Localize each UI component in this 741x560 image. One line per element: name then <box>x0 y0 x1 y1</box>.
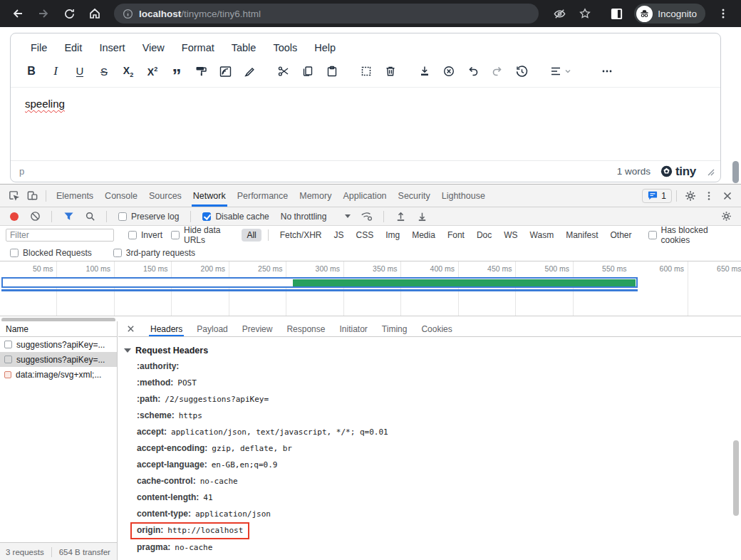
password-eye-off-icon[interactable] <box>549 3 570 24</box>
select-all-button[interactable] <box>354 60 378 83</box>
request-row[interactable]: data:image/svg+xml;... <box>0 367 117 382</box>
hide-data-urls-checkbox[interactable]: Hide data URLs <box>167 225 242 245</box>
record-network-log-icon[interactable] <box>10 212 19 221</box>
devtools-close-icon[interactable] <box>718 187 737 205</box>
console-message-badge[interactable]: 1 <box>642 189 672 203</box>
devtools-tab-elements[interactable]: Elements <box>51 185 99 207</box>
filter-type-doc[interactable]: Doc <box>472 229 497 242</box>
filter-type-fetch-xhr[interactable]: Fetch/XHR <box>275 229 327 242</box>
request-row[interactable]: suggestions?apiKey=... <box>0 352 117 367</box>
cut-button[interactable] <box>271 60 296 83</box>
format-painter-button[interactable] <box>189 60 213 83</box>
name-column-header[interactable]: Name <box>0 321 117 337</box>
search-icon[interactable] <box>81 207 99 226</box>
preserve-log-checkbox[interactable]: Preserve log <box>114 212 183 222</box>
word-count[interactable]: 1 words <box>617 166 651 177</box>
editor-menu-format[interactable]: Format <box>175 40 222 56</box>
disable-cache-box[interactable] <box>202 212 211 221</box>
filter-type-other[interactable]: Other <box>606 229 637 242</box>
editor-menu-tools[interactable]: Tools <box>266 40 304 56</box>
network-conditions-icon[interactable] <box>358 207 376 226</box>
has-blocked-cookies-checkbox[interactable]: Has blocked cookies <box>644 225 735 245</box>
filter-type-ws[interactable]: WS <box>499 229 522 242</box>
request-row[interactable]: suggestions?apiKey=... <box>0 337 117 352</box>
reload-icon[interactable] <box>58 3 80 24</box>
paste-button[interactable] <box>320 60 344 83</box>
inspect-element-icon[interactable] <box>4 187 23 205</box>
redo-button[interactable] <box>485 60 509 83</box>
more-toolbar-button[interactable] <box>595 60 619 83</box>
details-tab-cookies[interactable]: Cookies <box>414 321 459 336</box>
preserve-log-box[interactable] <box>118 212 127 221</box>
network-overview-timeline[interactable]: 50 ms100 ms150 ms200 ms250 ms300 ms350 m… <box>0 261 741 316</box>
devtools-tab-network[interactable]: Network <box>187 185 232 207</box>
export-har-icon[interactable] <box>413 207 431 226</box>
editor-menu-file[interactable]: File <box>24 40 54 56</box>
devtools-tab-security[interactable]: Security <box>393 185 436 207</box>
devtools-settings-icon[interactable] <box>681 187 700 205</box>
import-har-icon[interactable] <box>391 207 410 226</box>
filter-type-media[interactable]: Media <box>407 229 440 242</box>
third-party-requests-checkbox[interactable]: 3rd-party requests <box>109 248 200 258</box>
tiny-logo[interactable]: tiny <box>660 165 696 179</box>
filter-icon[interactable] <box>59 207 78 226</box>
details-tab-payload[interactable]: Payload <box>190 321 234 336</box>
clear-network-log-icon[interactable] <box>26 207 44 226</box>
undo-button[interactable] <box>461 60 485 83</box>
bold-button[interactable]: B <box>19 60 43 83</box>
filter-type-font[interactable]: Font <box>442 229 470 242</box>
side-panel-icon[interactable] <box>606 3 627 24</box>
image-frame-button[interactable] <box>213 60 237 83</box>
network-settings-icon[interactable] <box>717 207 735 226</box>
device-toolbar-icon[interactable] <box>23 187 41 205</box>
throttling-select[interactable]: No throttling <box>276 212 356 222</box>
editor-menu-insert[interactable]: Insert <box>92 40 132 56</box>
subscript-button[interactable]: X2 <box>116 60 140 83</box>
cancel-button[interactable] <box>437 60 461 83</box>
devtools-menu-icon[interactable] <box>700 187 718 205</box>
details-vertical-scrollbar[interactable] <box>733 440 739 516</box>
details-tab-initiator[interactable]: Initiator <box>332 321 374 336</box>
details-tab-preview[interactable]: Preview <box>235 321 280 336</box>
export-button[interactable] <box>413 60 437 83</box>
filter-type-css[interactable]: CSS <box>351 229 378 242</box>
filter-type-all[interactable]: All <box>242 229 261 242</box>
address-bar[interactable]: localhost/tinymce/tiny6.html <box>114 4 539 24</box>
details-tab-headers[interactable]: Headers <box>143 321 190 336</box>
details-tab-response[interactable]: Response <box>279 321 332 336</box>
delete-button[interactable] <box>378 60 403 83</box>
request-headers-section[interactable]: Request Headers <box>124 346 741 356</box>
editor-menu-view[interactable]: View <box>135 40 172 56</box>
align-menu-button[interactable] <box>544 60 576 83</box>
restore-draft-button[interactable] <box>509 60 534 83</box>
incognito-profile-chip[interactable]: Incognito <box>634 4 705 24</box>
home-icon[interactable] <box>84 3 105 24</box>
filter-type-wasm[interactable]: Wasm <box>525 229 559 242</box>
devtools-tab-application[interactable]: Application <box>337 185 392 207</box>
invert-checkbox[interactable]: Invert <box>124 230 167 240</box>
blocked-requests-checkbox[interactable]: Blocked Requests <box>6 248 96 258</box>
misspelled-word[interactable]: speeling <box>25 98 65 110</box>
back-icon[interactable] <box>7 3 28 24</box>
devtools-tab-console[interactable]: Console <box>99 185 143 207</box>
superscript-button[interactable]: X2 <box>140 60 165 83</box>
disable-cache-checkbox[interactable]: Disable cache <box>198 212 273 222</box>
devtools-tab-lighthouse[interactable]: Lighthouse <box>436 185 491 207</box>
devtools-tab-memory[interactable]: Memory <box>294 185 337 207</box>
filter-type-js[interactable]: JS <box>328 229 348 242</box>
page-scrollbar[interactable] <box>732 161 739 183</box>
filter-type-manifest[interactable]: Manifest <box>561 229 603 242</box>
element-path[interactable]: p <box>19 166 24 177</box>
editor-menu-help[interactable]: Help <box>307 40 343 56</box>
browser-menu-icon[interactable] <box>712 3 734 24</box>
strikethrough-button[interactable]: S <box>92 60 116 83</box>
close-details-icon[interactable] <box>127 325 135 333</box>
underline-button[interactable]: U <box>68 60 92 83</box>
site-info-icon[interactable] <box>123 9 133 19</box>
copy-button[interactable] <box>296 60 320 83</box>
permanent-pen-button[interactable] <box>237 60 261 83</box>
resize-handle-icon[interactable] <box>706 167 715 176</box>
bookmark-star-icon[interactable] <box>574 3 596 24</box>
devtools-tab-sources[interactable]: Sources <box>143 185 187 207</box>
editor-menu-table[interactable]: Table <box>224 40 264 56</box>
